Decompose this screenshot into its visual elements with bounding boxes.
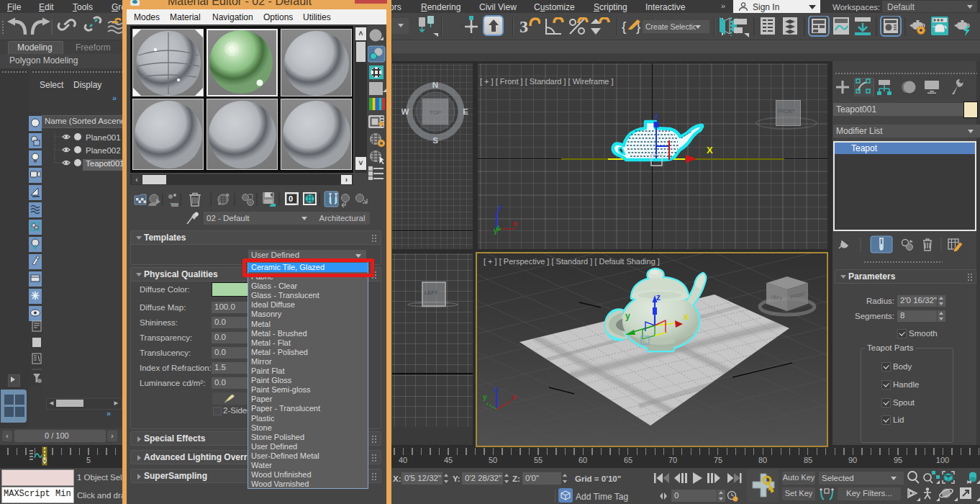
svg-text:x: x xyxy=(684,312,689,322)
svg-text:S: S xyxy=(432,136,438,145)
svg-text:z: z xyxy=(494,385,498,393)
svg-text:y: y xyxy=(494,227,498,235)
svg-text:N: N xyxy=(432,81,438,89)
svg-text:y: y xyxy=(625,311,630,321)
svg-text:TOP: TOP xyxy=(430,109,441,116)
svg-text:x: x xyxy=(512,393,517,401)
svg-text:z: z xyxy=(498,204,502,212)
svg-text:W: W xyxy=(401,107,409,116)
svg-text:E: E xyxy=(463,107,468,116)
svg-text:0: 0 xyxy=(289,194,293,203)
svg-text:y: y xyxy=(483,393,487,401)
svg-text:x: x xyxy=(513,220,517,228)
svg-text:z: z xyxy=(656,292,661,302)
